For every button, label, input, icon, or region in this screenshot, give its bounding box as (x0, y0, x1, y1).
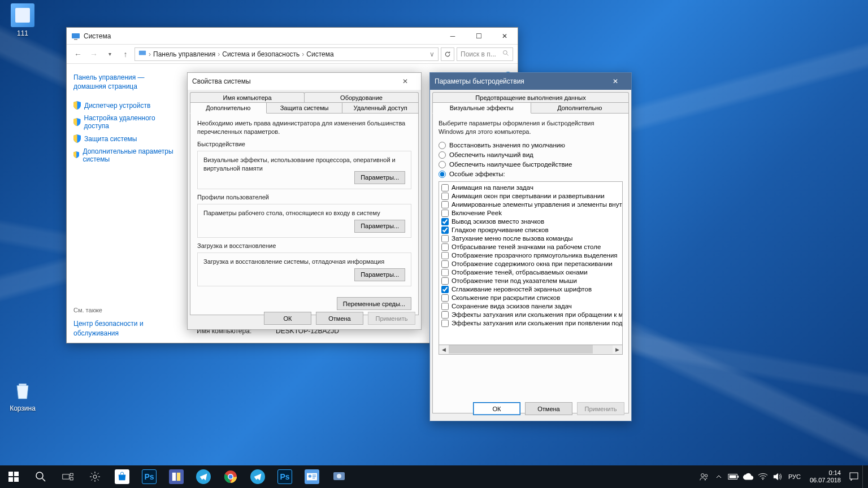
desktop-icon-recycle[interactable]: Корзина (1, 378, 44, 412)
taskbar-app-totalcmd[interactable] (163, 465, 190, 488)
boot-params-button[interactable]: Параметры... (354, 268, 405, 281)
checkbox[interactable] (441, 269, 449, 276)
nav-up-button[interactable]: ↑ (119, 47, 132, 61)
close-button[interactable]: ✕ (604, 73, 627, 90)
effect-checkbox[interactable]: Анимация на панели задач (440, 184, 621, 192)
effect-checkbox[interactable]: Отображение содержимого окна при перетас… (440, 260, 621, 268)
checkbox[interactable] (441, 210, 449, 217)
checkbox[interactable] (441, 226, 449, 234)
battery-icon[interactable] (727, 465, 740, 488)
close-button[interactable]: ✕ (492, 28, 518, 44)
effect-checkbox[interactable]: Сглаживание неровностей экранных шрифтов (440, 285, 621, 294)
checkbox[interactable] (441, 294, 449, 302)
effect-checkbox[interactable]: Вывод эскизов вместо значков (440, 217, 621, 226)
checkbox[interactable] (441, 243, 449, 251)
sidebar-link-protection[interactable]: Защита системы (73, 132, 179, 145)
performance-params-button[interactable]: Параметры... (354, 171, 405, 184)
search-button[interactable] (27, 465, 54, 488)
clock[interactable]: 0:14 06.07.2018 (805, 469, 845, 484)
apply-button[interactable]: Применить (577, 402, 624, 415)
sidebar-link-advanced[interactable]: Дополнительные параметры системы (73, 145, 179, 165)
effect-checkbox[interactable]: Отображение тени под указателем мыши (440, 277, 621, 285)
cancel-button[interactable]: Отмена (525, 402, 572, 415)
effect-checkbox[interactable]: Сохранение вида эскизов панели задач (440, 302, 621, 311)
dialog-titlebar[interactable]: Свойства системы ✕ (188, 73, 421, 90)
show-desktop-button[interactable] (862, 465, 866, 488)
taskbar-app-contacts[interactable] (298, 465, 326, 488)
taskbar-app-telegram[interactable] (190, 465, 217, 488)
effect-checkbox[interactable]: Затухание меню после вызова команды (440, 234, 621, 243)
cancel-button[interactable]: Отмена (316, 312, 363, 325)
checkbox[interactable] (441, 320, 449, 327)
tab-dep[interactable]: Предотвращение выполнения данных (432, 92, 629, 103)
tab-hardware[interactable]: Оборудование (304, 92, 419, 103)
checkbox[interactable] (441, 311, 449, 319)
checkbox[interactable] (441, 286, 449, 293)
taskbar-app-telegram2[interactable] (244, 465, 271, 488)
effect-checkbox[interactable]: Анимация окон при свертывании и разверты… (440, 192, 621, 201)
tray-up-icon[interactable] (713, 465, 725, 488)
taskview-button[interactable] (54, 465, 81, 488)
nav-recent-button[interactable]: ▾ (103, 47, 116, 61)
effects-list[interactable]: Анимация на панели задачАнимация окон пр… (439, 181, 623, 345)
sidebar-home-link[interactable]: Панель управления — домашняя страница (73, 73, 179, 91)
breadcrumb-item[interactable]: Панель управления (153, 50, 215, 58)
titlebar[interactable]: Система ─ ☐ ✕ (67, 28, 518, 45)
taskbar-app-generic[interactable] (326, 465, 353, 488)
scroll-thumb[interactable] (449, 345, 593, 354)
notifications-icon[interactable] (848, 465, 860, 488)
effect-checkbox[interactable]: Гладкое прокручивание списков (440, 226, 621, 234)
start-button[interactable] (0, 465, 27, 488)
effect-checkbox[interactable]: Анимированные элементы управления и элем… (440, 201, 621, 209)
effect-checkbox[interactable]: Отображение прозрачного прямоугольника в… (440, 251, 621, 260)
checkbox[interactable] (441, 218, 449, 225)
checkbox[interactable] (441, 201, 449, 208)
desktop-icon-folder[interactable]: 111 (1, 3, 44, 37)
wifi-icon[interactable] (757, 465, 769, 488)
tab-visual-effects[interactable]: Визуальные эффекты (432, 102, 531, 114)
refresh-button[interactable] (441, 47, 454, 61)
volume-icon[interactable] (771, 465, 784, 488)
radio-custom[interactable]: Особые эффекты: (439, 171, 623, 178)
tab-protection[interactable]: Защита системы (266, 102, 343, 113)
checkbox[interactable] (441, 303, 449, 310)
checkbox[interactable] (441, 252, 449, 259)
nav-forward-button[interactable]: → (87, 47, 101, 61)
sidebar-link-device-manager[interactable]: Диспетчер устройств (73, 99, 179, 112)
tab-computername[interactable]: Имя компьютера (190, 92, 305, 103)
scroll-track[interactable] (449, 345, 613, 354)
language-indicator[interactable]: РУС (786, 465, 803, 488)
breadcrumb-item[interactable]: Система (306, 50, 333, 58)
effect-checkbox[interactable]: Скольжение при раскрытии списков (440, 294, 621, 302)
onedrive-icon[interactable] (742, 465, 754, 488)
tab-advanced[interactable]: Дополнительно (531, 102, 630, 113)
taskbar-app-photoshop2[interactable]: Ps (271, 465, 298, 488)
checkbox[interactable] (441, 277, 449, 285)
profiles-params-button[interactable]: Параметры... (354, 220, 405, 233)
radio-best-appearance[interactable]: Обеспечить наилучший вид (439, 151, 623, 159)
tab-advanced[interactable]: Дополнительно (190, 102, 267, 114)
effect-checkbox[interactable]: Эффекты затухания или скольжения при поя… (440, 319, 621, 328)
dialog-titlebar[interactable]: Параметры быстродействия ✕ (430, 73, 631, 90)
scroll-right-button[interactable]: ▶ (613, 345, 622, 354)
effect-checkbox[interactable]: Эффекты затухания или скольжения при обр… (440, 311, 621, 319)
maximize-button[interactable]: ☐ (466, 28, 492, 44)
checkbox[interactable] (441, 260, 449, 268)
env-vars-button[interactable]: Переменные среды... (337, 297, 411, 310)
checkbox[interactable] (441, 184, 449, 191)
taskbar-app-chrome[interactable] (217, 465, 244, 488)
taskbar-app-store[interactable] (108, 465, 136, 488)
people-icon[interactable] (698, 465, 710, 488)
breadcrumb-item[interactable]: Система и безопасность (222, 50, 300, 58)
effect-checkbox[interactable]: Включение Peek (440, 209, 621, 217)
scroll-left-button[interactable]: ◀ (439, 345, 449, 354)
minimize-button[interactable]: ─ (440, 28, 466, 44)
radio-default[interactable]: Восстановить значения по умолчанию (439, 142, 623, 149)
sidebar-link-security-center[interactable]: Центр безопасности и обслуживания (73, 319, 179, 337)
checkbox[interactable] (441, 235, 449, 242)
ok-button[interactable]: ОК (264, 312, 311, 325)
nav-back-button[interactable]: ← (71, 47, 85, 61)
effect-checkbox[interactable]: Отбрасывание теней значками на рабочем с… (440, 243, 621, 251)
address-bar[interactable]: › Панель управления › Система и безопасн… (134, 47, 439, 61)
sidebar-link-remote[interactable]: Настройка удаленного доступа (73, 112, 179, 132)
